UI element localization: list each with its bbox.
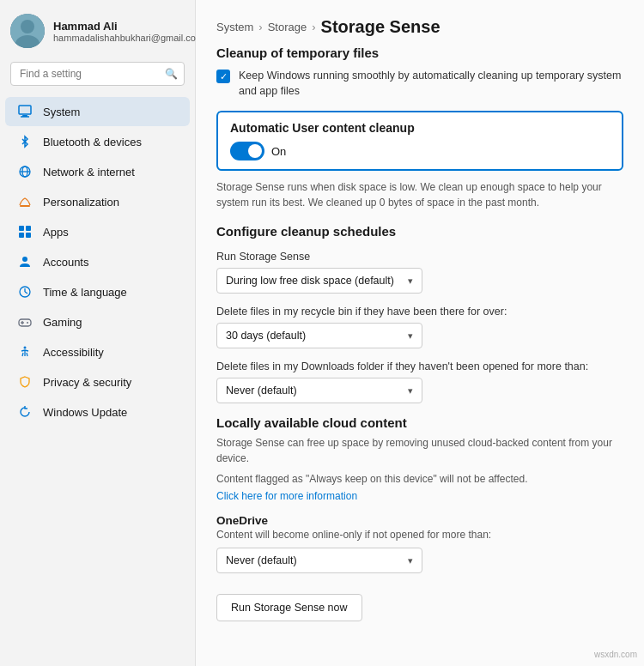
toggle-thumb (248, 144, 262, 158)
svg-rect-12 (19, 233, 24, 238)
storage-sense-description: Storage Sense runs when disk space is lo… (216, 179, 623, 210)
run-storage-sense-button[interactable]: Run Storage Sense now (216, 594, 362, 621)
sidebar-item-system[interactable]: System (5, 97, 190, 126)
downloads-label: Delete files in my Downloads folder if t… (216, 360, 623, 372)
onedrive-description: Content will become online-only if not o… (216, 529, 623, 541)
keep-windows-row: ✓ Keep Windows running smoothly by autom… (216, 69, 623, 99)
svg-rect-3 (19, 106, 31, 114)
sidebar-item-label-bluetooth: Bluetooth & devices (43, 136, 142, 148)
sidebar-item-label-network: Network & internet (43, 166, 135, 179)
sidebar-item-label-time: Time & language (43, 286, 127, 299)
recycle-dropdown[interactable]: 30 days (default) ▾ (216, 323, 422, 348)
breadcrumb: System › Storage › Storage Sense (216, 17, 623, 37)
sidebar-item-apps[interactable]: Apps (5, 217, 190, 246)
auto-cleanup-box: Automatic User content cleanup On (216, 111, 623, 171)
run-storage-chevron-icon: ▾ (408, 275, 413, 287)
watermark: wsxdn.com (594, 650, 637, 659)
svg-point-14 (22, 257, 27, 262)
breadcrumb-sep-2: › (312, 21, 315, 33)
apps-icon (17, 224, 33, 239)
svg-point-22 (24, 347, 27, 349)
sidebar-item-network[interactable]: Network & internet (5, 157, 190, 186)
sidebar-item-time[interactable]: Time & language (5, 277, 190, 306)
recycle-label: Delete files in my recycle bin if they h… (216, 306, 623, 318)
nav-list: System Bluetooth & devices Network & int… (0, 93, 195, 666)
downloads-chevron-icon: ▾ (408, 385, 413, 397)
breadcrumb-sep-1: › (258, 21, 262, 33)
profile-section: Hammad Ali hammadalishahbukhari@gmail.co… (0, 0, 195, 58)
gaming-icon (17, 314, 33, 330)
avatar-image (10, 14, 45, 48)
personalization-icon (17, 194, 33, 209)
accounts-icon (17, 254, 33, 269)
onedrive-chevron-icon: ▾ (408, 555, 413, 566)
sidebar-item-update[interactable]: Windows Update (5, 397, 190, 427)
cloud-link[interactable]: Click here for more information (216, 490, 623, 502)
keep-windows-checkbox[interactable]: ✓ (216, 70, 230, 83)
search-box[interactable]: 🔍 (10, 62, 185, 86)
accessibility-icon (17, 344, 33, 360)
sidebar-item-personalization[interactable]: Personalization (5, 187, 190, 216)
cloud-title: Locally available cloud content (216, 415, 623, 430)
sidebar-item-label-apps: Apps (43, 226, 69, 239)
recycle-dropdown-value: 30 days (default) (226, 330, 306, 342)
svg-rect-9 (20, 205, 30, 207)
sidebar-item-bluetooth[interactable]: Bluetooth & devices (5, 127, 190, 156)
sidebar: Hammad Ali hammadalishahbukhari@gmail.co… (0, 0, 196, 666)
cloud-description: Storage Sense can free up space by remov… (216, 435, 623, 466)
run-storage-dropdown[interactable]: During low free disk space (default) ▾ (216, 268, 422, 294)
sidebar-item-label-gaming: Gaming (43, 316, 82, 329)
configure-title: Configure cleanup schedules (216, 224, 623, 239)
sidebar-item-label-accessibility: Accessibility (43, 346, 104, 359)
system-icon (17, 104, 33, 119)
search-input[interactable] (10, 62, 185, 86)
run-storage-dropdown-value: During low free disk space (default) (226, 275, 394, 287)
sidebar-item-privacy[interactable]: Privacy & security (5, 367, 190, 397)
profile-info: Hammad Ali hammadalishahbukhari@gmail.co… (53, 20, 204, 43)
recycle-chevron-icon: ▾ (408, 330, 413, 342)
bluetooth-icon (17, 134, 33, 149)
onedrive-dropdown-value: Never (default) (226, 554, 297, 566)
sidebar-item-gaming[interactable]: Gaming (5, 307, 190, 336)
svg-rect-11 (26, 226, 31, 231)
sidebar-item-label-system: System (43, 106, 80, 118)
breadcrumb-system[interactable]: System (216, 21, 253, 33)
downloads-dropdown[interactable]: Never (default) ▾ (216, 378, 422, 403)
cloud-note: Content flagged as "Always keep on this … (216, 471, 623, 487)
sidebar-item-label-privacy: Privacy & security (43, 376, 131, 389)
profile-name: Hammad Ali (53, 20, 204, 33)
network-icon (17, 164, 33, 179)
svg-point-21 (27, 322, 28, 324)
sidebar-item-accounts[interactable]: Accounts (5, 247, 190, 276)
search-icon: 🔍 (165, 68, 178, 80)
toggle-label: On (271, 145, 286, 158)
breadcrumb-storage[interactable]: Storage (268, 21, 307, 33)
svg-rect-13 (26, 233, 31, 238)
onedrive-dropdown[interactable]: Never (default) ▾ (216, 548, 422, 573)
auto-cleanup-title: Automatic User content cleanup (230, 121, 610, 135)
auto-cleanup-toggle[interactable] (230, 142, 264, 160)
time-icon (17, 284, 33, 300)
breadcrumb-current: Storage Sense (321, 17, 440, 37)
avatar (10, 14, 45, 48)
toggle-row: On (230, 142, 610, 160)
update-icon (17, 404, 33, 420)
keep-windows-label: Keep Windows running smoothly by automat… (239, 69, 623, 99)
run-storage-label: Run Storage Sense (216, 251, 623, 263)
sidebar-item-label-personalization: Personalization (43, 196, 119, 209)
sidebar-item-accessibility[interactable]: Accessibility (5, 337, 190, 366)
svg-point-1 (21, 20, 34, 33)
main-content: System › Storage › Storage Sense Cleanup… (196, 0, 644, 666)
sidebar-item-label-update: Windows Update (43, 406, 127, 419)
privacy-icon (17, 374, 33, 390)
sidebar-item-label-accounts: Accounts (43, 256, 88, 269)
svg-line-17 (25, 292, 27, 294)
svg-rect-10 (19, 226, 24, 231)
profile-email: hammadalishahbukhari@gmail.com (53, 33, 204, 43)
downloads-dropdown-value: Never (default) (226, 384, 297, 397)
onedrive-title: OneDrive (216, 514, 623, 527)
cleanup-title: Cleanup of temporary files (216, 45, 623, 60)
